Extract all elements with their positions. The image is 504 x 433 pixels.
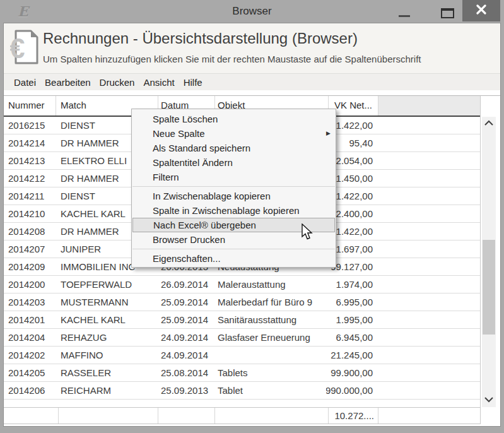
cell-objekt	[218, 347, 325, 364]
cell-match: REHAZUG	[61, 329, 156, 346]
cell-match: KACHEL KARL	[61, 311, 156, 328]
cell-nummer: 2014210	[8, 205, 56, 222]
column-divider	[56, 96, 56, 116]
cell-betrag: 99.900,00	[326, 364, 373, 381]
cell-nummer: 2014200	[8, 276, 56, 293]
cell-nummer: 2014212	[8, 170, 56, 187]
cell-betrag: 990.000,00	[326, 382, 373, 399]
cell-match: MAFFINO	[61, 347, 156, 364]
context-menu-separator	[132, 249, 335, 249]
context-menu-item-spalte-löschen[interactable]: Spalte Löschen	[132, 112, 336, 126]
context-menu-item-eigenschaften-[interactable]: Eigenschaften...	[132, 251, 336, 266]
column-header-vknet[interactable]: VK Net...	[334, 100, 372, 110]
cell-nummer: 2014201	[8, 311, 56, 328]
table-footer-row: 10.272....	[4, 407, 480, 424]
menubar: DateiBearbeitenDruckenAnsichtHilfe	[4, 73, 500, 90]
cell-nummer: 2014211	[8, 187, 56, 205]
cell-nummer: 2014207	[8, 240, 56, 258]
window-title: Browser	[0, 5, 504, 18]
cell-nummer: 2016215	[8, 117, 56, 134]
cell-match: TOEPFERWALD	[61, 276, 156, 293]
cell-datum: 24.09.2014	[161, 347, 214, 364]
table-row[interactable]: 2014205 RASSELER 25.08.2014 Tablets 99.9…	[4, 364, 480, 382]
cell-datum: 25.08.2014	[161, 364, 214, 381]
svg-text:€: €	[10, 33, 25, 64]
footer-divider	[378, 408, 378, 424]
cell-betrag: 21.245,00	[326, 347, 373, 364]
menubar-item-bearbeiten[interactable]: Bearbeiten	[40, 77, 95, 88]
cell-datum: 25.09.2014	[161, 311, 214, 328]
page-subtitle: Um Spalten hinzuzufügen klicken Sie mit …	[43, 54, 421, 64]
mouse-cursor	[301, 223, 315, 245]
table-right-border	[480, 96, 481, 424]
minimize-button[interactable]	[399, 15, 410, 17]
footer-total: 10.272....	[326, 408, 374, 424]
cell-nummer: 2014205	[8, 364, 56, 381]
table-row[interactable]: 2014201 KACHEL KARL 25.09.2014 Sanitärau…	[4, 311, 480, 329]
scroll-up-icon[interactable]	[482, 118, 496, 128]
cell-match: RASSELER	[61, 364, 156, 381]
context-menu-item-als-standard-speichern[interactable]: Als Standard speichern	[132, 141, 336, 155]
cell-datum: 26.09.2014	[161, 276, 214, 293]
header-filler	[378, 96, 480, 116]
context-menu-item-spaltentitel-ändern[interactable]: Spaltentitel Ändern	[132, 155, 336, 170]
cell-nummer: 2014202	[8, 347, 56, 364]
cell-datum: 24.09.2014	[161, 329, 214, 346]
page-title: Rechnungen - Übersichtsdarstellung (Brow…	[43, 30, 358, 47]
table-row[interactable]: 2014204 REHAZUG 24.09.2014 Glasfaser Ern…	[4, 329, 480, 347]
cell-objekt: Maleraustattung	[218, 276, 325, 293]
column-divider	[378, 96, 378, 116]
maximize-button[interactable]	[441, 8, 454, 18]
context-menu-item-in-zwischenablage-kopieren[interactable]: In Zwischenablage kopieren	[132, 189, 336, 203]
footer-divider	[58, 408, 59, 424]
scroll-down-icon[interactable]	[482, 394, 496, 405]
invoice-euro-icon: €	[10, 29, 39, 68]
submenu-arrow-icon: ▶	[326, 126, 331, 141]
header-panel: € Rechnungen - Übersichtsdarstellung (Br…	[4, 23, 500, 73]
close-icon	[476, 4, 486, 17]
close-button[interactable]	[462, 0, 500, 21]
menubar-item-ansicht[interactable]: Ansicht	[139, 77, 179, 88]
footer-divider	[158, 408, 158, 424]
cell-match: MUSTERMANN	[61, 294, 156, 311]
cell-nummer: 2014208	[8, 223, 56, 240]
cell-objekt: Glasfaser Erneuerung	[218, 329, 325, 346]
cell-datum: 25.09.2014	[161, 294, 214, 311]
cell-nummer: 2014204	[8, 329, 56, 346]
menubar-item-drucken[interactable]: Drucken	[95, 77, 139, 88]
scrollbar-thumb[interactable]	[483, 240, 495, 335]
cell-objekt: Sanitärausstattung	[218, 311, 325, 328]
cell-objekt: Malerbedarf für Büro 9	[218, 294, 325, 311]
cell-nummer: 2014213	[8, 152, 56, 169]
cell-nummer: 2014209	[8, 258, 56, 275]
footer-divider	[214, 408, 215, 424]
menubar-item-hilfe[interactable]: Hilfe	[179, 77, 207, 88]
table-row[interactable]: 2014203 MUSTERMANN 25.09.2014 Malerbedar…	[4, 294, 480, 311]
cell-nummer: 2014203	[8, 294, 56, 311]
context-menu-separator	[132, 186, 335, 187]
menubar-item-datei[interactable]: Datei	[9, 77, 40, 88]
context-menu-item-filtern[interactable]: Filtern	[132, 170, 336, 184]
cell-betrag: 1.995,00	[326, 311, 373, 328]
cell-nummer: 2014206	[8, 382, 56, 399]
cell-betrag: 6.995,00	[326, 294, 373, 311]
table-row[interactable]: 2014200 TOEPFERWALD 26.09.2014 Maleraust…	[4, 276, 480, 294]
titlebar[interactable]: E Browser	[0, 0, 504, 23]
cell-betrag: 6.945,00	[326, 329, 373, 346]
app-window: E Browser € Rechnungen - Übersichtsdarst…	[0, 0, 504, 433]
cell-datum: 25.09.2013	[161, 382, 214, 399]
context-menu-item-spalte-in-zwischenablage-kopieren[interactable]: Spalte in Zwischenablage kopieren	[132, 203, 336, 218]
cell-match: REICHARM	[61, 382, 156, 399]
column-header-match[interactable]: Match	[61, 100, 86, 110]
cell-nummer: 2014214	[8, 134, 56, 151]
cell-betrag: 1.974,00	[326, 276, 373, 293]
context-menu-item-neue-spalte[interactable]: Neue Spalte▶	[132, 126, 336, 141]
column-header-nummer[interactable]: Nummer	[8, 100, 45, 110]
table-row[interactable]: 2014202 MAFFINO 24.09.2014 21.245,00	[4, 347, 480, 364]
cell-objekt: Tablets	[218, 364, 325, 381]
table-row[interactable]: 2014206 REICHARM 25.09.2013 Tablet 990.0…	[4, 382, 480, 400]
cell-objekt: Tablet	[218, 382, 325, 399]
